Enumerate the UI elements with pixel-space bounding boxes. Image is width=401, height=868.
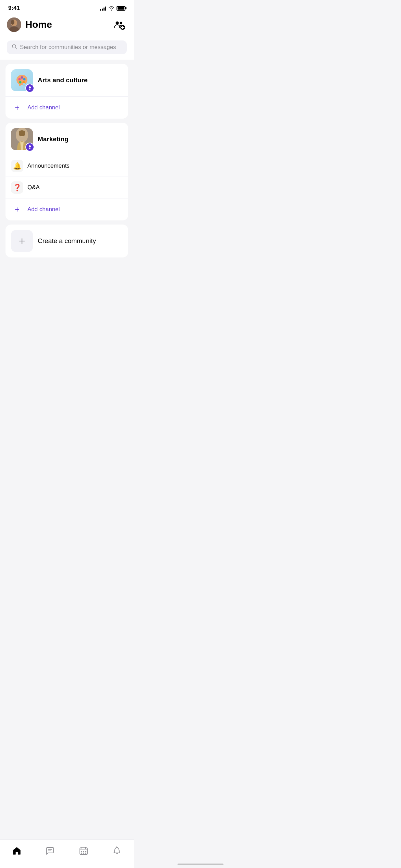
- add-channel-marketing[interactable]: + Add channel: [5, 198, 128, 220]
- create-community-icon-box: +: [11, 230, 33, 252]
- channel-icon-qanda: ❓: [11, 181, 23, 194]
- channel-name-announcements: Announcements: [27, 162, 70, 169]
- add-channel-label-arts: Add channel: [27, 104, 60, 111]
- create-community-card[interactable]: + Create a community: [5, 225, 128, 257]
- svg-point-4: [116, 22, 119, 25]
- community-card-marketing: Marketing 🔔 Announcements ❓ Q&A + Add ch…: [5, 123, 128, 220]
- plus-icon-marketing: +: [15, 205, 20, 214]
- channel-item-announcements[interactable]: 🔔 Announcements: [5, 155, 128, 177]
- svg-point-13: [21, 76, 23, 79]
- community-name-marketing: Marketing: [38, 135, 69, 143]
- community-add-icon: [113, 19, 125, 31]
- create-plus-icon: +: [19, 236, 25, 246]
- svg-point-5: [120, 22, 122, 24]
- channel-item-qanda[interactable]: ❓ Q&A: [5, 177, 128, 198]
- plus-icon-arts: +: [15, 103, 20, 112]
- content-area: Arts and culture + Add channel: [0, 60, 134, 262]
- svg-point-18: [29, 86, 31, 88]
- add-channel-icon-marketing: +: [11, 203, 23, 216]
- svg-point-14: [23, 78, 26, 81]
- status-time: 9:41: [8, 5, 20, 12]
- svg-point-24: [29, 145, 31, 147]
- community-image-wrap-marketing: [11, 128, 33, 150]
- status-bar: 9:41: [0, 0, 134, 14]
- community-header-arts[interactable]: Arts and culture: [5, 64, 128, 96]
- community-name-arts: Arts and culture: [38, 76, 88, 84]
- svg-point-15: [19, 81, 22, 84]
- svg-point-17: [23, 83, 25, 86]
- header-left: Home: [7, 17, 52, 32]
- add-channel-label-marketing: Add channel: [27, 206, 60, 213]
- add-community-button[interactable]: [112, 17, 127, 32]
- status-icons: [100, 6, 125, 11]
- community-badge-marketing: [25, 143, 34, 152]
- wifi-icon: [108, 6, 114, 11]
- search-placeholder: Search for communities or messages: [20, 44, 116, 51]
- svg-rect-23: [19, 131, 25, 136]
- community-card-arts: Arts and culture + Add channel: [5, 64, 128, 119]
- community-badge-arts: [25, 84, 34, 93]
- signal-icon: [100, 6, 106, 11]
- community-image-wrap-arts: [11, 69, 33, 91]
- svg-line-11: [15, 48, 17, 49]
- search-bar[interactable]: Search for communities or messages: [7, 40, 127, 54]
- avatar[interactable]: [7, 17, 21, 32]
- create-community-label: Create a community: [38, 237, 96, 245]
- add-channel-icon-arts: +: [11, 101, 23, 114]
- page-title: Home: [25, 19, 52, 30]
- add-channel-arts[interactable]: + Add channel: [5, 96, 128, 119]
- header: Home: [0, 14, 134, 38]
- svg-point-3: [11, 20, 14, 25]
- channel-icon-announcements: 🔔: [11, 160, 23, 172]
- search-icon: [12, 44, 17, 51]
- community-header-marketing[interactable]: Marketing: [5, 123, 128, 155]
- search-container: Search for communities or messages: [0, 38, 134, 60]
- battery-icon: [117, 6, 125, 11]
- svg-point-12: [19, 78, 21, 81]
- channel-name-qanda: Q&A: [27, 184, 40, 191]
